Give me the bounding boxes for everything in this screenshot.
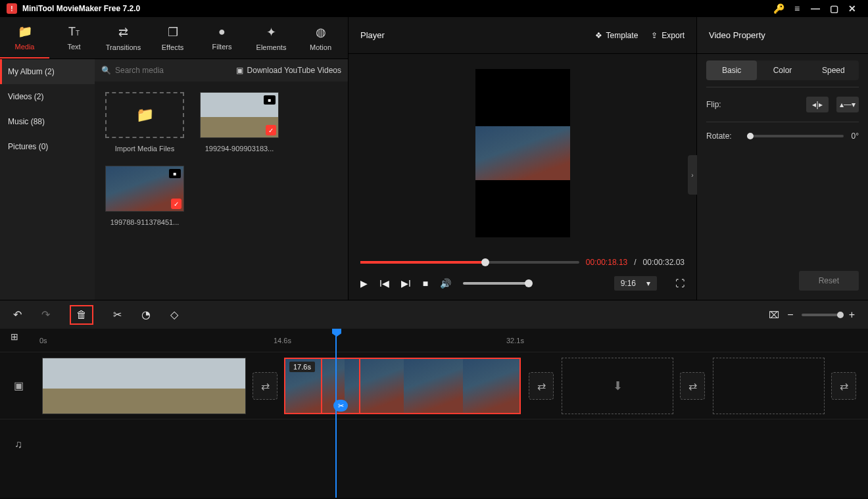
video-track: ▣ ⇄ 17.6s ✂ ⇄ ⬇ ⇄ ⇄ <box>0 352 868 419</box>
transitions-icon: ⇄ <box>118 25 128 39</box>
key-icon[interactable]: 🔑 <box>769 3 788 14</box>
timeline-clip-1[interactable] <box>42 358 246 414</box>
split-button[interactable]: ✂ <box>113 308 122 321</box>
video-track-icon: ▣ <box>0 352 37 419</box>
prev-frame-button[interactable]: I◀ <box>379 278 389 289</box>
prop-tab-speed[interactable]: Speed <box>808 60 859 80</box>
collapse-properties-button[interactable]: › <box>688 155 697 195</box>
motion-icon: ◍ <box>316 25 326 39</box>
snap-button[interactable]: ⌧ <box>769 310 779 320</box>
reset-button[interactable]: Reset <box>799 271 859 291</box>
volume-icon[interactable]: 🔊 <box>440 278 451 289</box>
crop-button[interactable]: ◇ <box>170 308 178 321</box>
tab-effects[interactable]: ❐Effects <box>148 17 197 59</box>
transition-slot-4[interactable]: ⇄ <box>831 372 856 400</box>
flip-vertical-button[interactable]: ▴—▾ <box>836 97 859 112</box>
properties-panel: › Video Property Basic Color Speed Flip:… <box>697 17 868 300</box>
check-icon: ✓ <box>171 199 181 209</box>
maximize-icon[interactable]: ▢ <box>825 3 843 14</box>
search-input[interactable] <box>115 66 236 75</box>
timeline-clip-2[interactable]: 17.6s <box>284 358 521 414</box>
transition-slot-1[interactable]: ⇄ <box>253 372 277 400</box>
export-button[interactable]: ⇪Export <box>651 31 685 40</box>
main-tabs: 📁Media TTText ⇄Transitions ❐Effects ●Fil… <box>0 17 348 59</box>
zoom-out-button[interactable]: − <box>787 309 793 321</box>
tab-text[interactable]: TTText <box>49 17 99 59</box>
prop-tab-basic[interactable]: Basic <box>706 60 757 80</box>
undo-button[interactable]: ↶ <box>13 308 22 321</box>
rotate-slider[interactable] <box>747 135 844 137</box>
sidebar-my-album[interactable]: My Album (2) <box>0 59 95 84</box>
tab-filters[interactable]: ●Filters <box>197 17 247 59</box>
tab-motion[interactable]: ◍Motion <box>296 17 345 59</box>
media-thumb-1[interactable]: ■ ✓ 199294-909903183... <box>200 92 279 153</box>
flip-label: Flip: <box>706 100 739 109</box>
media-thumb-2-label: 199788-911378451... <box>105 218 184 226</box>
export-icon: ⇪ <box>651 31 658 40</box>
template-button[interactable]: ❖Template <box>595 31 639 40</box>
tab-filters-label: Filters <box>212 43 232 51</box>
zoom-slider[interactable] <box>802 314 841 316</box>
chevron-down-icon: ▾ <box>646 279 650 288</box>
title-bar: ! MiniTool MovieMaker Free 7.2.0 🔑 ≡ — ▢… <box>0 0 868 17</box>
template-label: Template <box>606 31 639 40</box>
stop-button[interactable]: ■ <box>423 278 428 289</box>
tab-text-label: Text <box>67 43 80 51</box>
delete-button[interactable]: 🗑 <box>70 305 93 325</box>
drop-slot-1[interactable]: ⬇ <box>562 358 673 414</box>
media-panel: 📁Media TTText ⇄Transitions ❐Effects ●Fil… <box>0 17 349 300</box>
zoom-in-button[interactable]: + <box>849 309 855 321</box>
import-media-button[interactable]: 📁 Import Media Files <box>105 92 184 153</box>
app-logo-icon: ! <box>7 3 17 14</box>
download-youtube-button[interactable]: ▣ Download YouTube Videos <box>236 66 341 75</box>
media-thumb-1-label: 199294-909903183... <box>200 145 279 153</box>
aspect-value: 9:16 <box>621 279 636 288</box>
tab-elements[interactable]: ✦Elements <box>247 17 296 59</box>
transition-slot-3[interactable]: ⇄ <box>680 372 705 400</box>
rotate-value: 0° <box>852 131 859 141</box>
transition-slot-2[interactable]: ⇄ <box>529 372 554 400</box>
import-label: Import Media Files <box>105 145 184 153</box>
tab-motion-label: Motion <box>310 43 331 51</box>
app-title: MiniTool MovieMaker Free 7.2.0 <box>22 4 140 13</box>
time-total: 00:00:32.03 <box>643 258 685 267</box>
playhead[interactable] <box>335 329 337 498</box>
filters-icon: ● <box>218 25 226 39</box>
search-icon: 🔍 <box>101 66 111 75</box>
media-thumb-2[interactable]: ■ ✓ 199788-911378451... <box>105 166 184 226</box>
audio-track: ♫ <box>0 419 868 469</box>
tab-media-label: Media <box>15 43 35 51</box>
elements-icon: ✦ <box>266 25 276 39</box>
redo-button[interactable]: ↷ <box>41 308 50 321</box>
sidebar-pictures[interactable]: Pictures (0) <box>0 134 95 159</box>
time-sep: / <box>634 258 636 267</box>
video-badge-icon: ■ <box>264 95 276 105</box>
drop-slot-2[interactable] <box>713 358 825 414</box>
speed-button[interactable]: ◔ <box>141 308 151 321</box>
prop-tab-color[interactable]: Color <box>757 60 808 80</box>
time-ruler[interactable]: 0s 14.6s 32.1s <box>0 329 868 352</box>
aspect-select[interactable]: 9:16 ▾ <box>614 276 657 291</box>
ruler-tick-2: 32.1s <box>506 337 524 345</box>
flip-horizontal-button[interactable]: ◂|▸ <box>806 97 829 112</box>
close-icon[interactable]: ✕ <box>843 3 861 14</box>
volume-slider[interactable] <box>463 282 529 285</box>
player-title: Player <box>360 30 385 40</box>
preview-frame <box>475 69 570 237</box>
rotate-label: Rotate: <box>706 131 739 141</box>
sidebar-music[interactable]: Music (88) <box>0 109 95 134</box>
fullscreen-button[interactable]: ⛶ <box>675 278 685 289</box>
tab-elements-label: Elements <box>256 43 287 51</box>
media-sidebar: My Album (2) Videos (2) Music (88) Pictu… <box>0 59 95 300</box>
play-button[interactable]: ▶ <box>360 278 368 289</box>
tab-effects-label: Effects <box>162 43 183 51</box>
scrub-bar[interactable] <box>360 261 579 264</box>
audio-track-icon: ♫ <box>0 419 37 469</box>
menu-icon[interactable]: ≡ <box>788 3 806 14</box>
minimize-icon[interactable]: — <box>806 3 825 14</box>
tab-transitions-label: Transitions <box>106 43 141 51</box>
tab-media[interactable]: 📁Media <box>0 17 49 59</box>
sidebar-videos[interactable]: Videos (2) <box>0 84 95 109</box>
next-frame-button[interactable]: ▶I <box>401 278 411 289</box>
tab-transitions[interactable]: ⇄Transitions <box>99 17 148 59</box>
